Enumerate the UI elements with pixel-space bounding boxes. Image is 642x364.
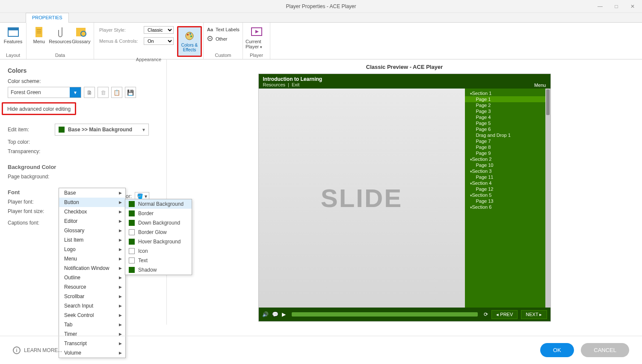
menu-item-checkbox[interactable]: Checkbox▶: [59, 207, 125, 216]
outline-section[interactable]: Section 5: [465, 192, 550, 198]
hide-advanced-link[interactable]: Hide advanced color editing: [7, 106, 71, 112]
chevron-down-icon: ▼: [142, 127, 146, 132]
menu-item-editor[interactable]: Editor▶: [59, 216, 125, 226]
menu-item-tab[interactable]: Tab▶: [59, 320, 125, 329]
ok-button[interactable]: OK: [540, 343, 574, 357]
submenu-item-shadow[interactable]: Shadow: [125, 265, 192, 275]
slide-area: SLIDE: [259, 89, 465, 308]
outline-page[interactable]: Drag and Drop 1: [465, 132, 550, 138]
menu-item-menu[interactable]: Menu▶: [59, 254, 125, 263]
player-style-label: Player Style:: [99, 27, 140, 33]
menu-item-resource[interactable]: Resource▶: [59, 282, 125, 292]
delete-scheme-button[interactable]: 🗑: [98, 87, 109, 98]
outline-page[interactable]: Page 6: [465, 126, 550, 132]
menu-item-glossary[interactable]: Glossary▶: [59, 226, 125, 235]
menu-item-scrollbar[interactable]: Scrollbar▶: [59, 292, 125, 301]
menu-item-outline[interactable]: Outline▶: [59, 273, 125, 282]
submenu-item-hover-background[interactable]: Hover Background: [125, 237, 192, 246]
outline-page[interactable]: Page 13: [465, 198, 550, 204]
outline-page[interactable]: Page 10: [465, 162, 550, 168]
colors-effects-button[interactable]: Colors & Effects: [178, 27, 201, 56]
edit-item-select[interactable]: Base >> Main Background ▼: [55, 124, 149, 136]
close-button[interactable]: ✕: [625, 2, 640, 11]
player-style-select[interactable]: Classic: [144, 26, 174, 34]
tab-properties[interactable]: PROPERTIES: [26, 13, 69, 23]
outline-page[interactable]: Page 11: [465, 174, 550, 180]
player-menu-label[interactable]: Menu: [534, 83, 546, 88]
submenu-item-border[interactable]: Border: [125, 209, 192, 218]
svg-point-9: [187, 34, 189, 36]
menu-item-seek-control[interactable]: Seek Control▶: [59, 311, 125, 320]
submenu-item-down-background[interactable]: Down Background: [125, 218, 192, 228]
learn-more-link[interactable]: i LEARN MORE...: [13, 346, 62, 354]
title-bar: Player Properties - ACE Player — □ ✕: [0, 0, 642, 13]
player-header: Introduction to Learning Resources | Exi…: [259, 74, 550, 89]
ribbon: Features Layout Menu Resources Glossary …: [0, 23, 642, 59]
outline-page[interactable]: Page 8: [465, 144, 550, 150]
group-layout-label: Layout: [0, 53, 26, 59]
current-player-button[interactable]: Current Player ▾: [246, 24, 267, 49]
outline-page[interactable]: Page 12: [465, 186, 550, 192]
replay-icon[interactable]: ⟳: [484, 311, 488, 317]
outline-page[interactable]: Page 2: [465, 102, 550, 108]
save-scheme-button[interactable]: 💾: [125, 87, 136, 98]
outline-section[interactable]: Section 2: [465, 156, 550, 162]
seek-bar[interactable]: [292, 312, 478, 317]
svg-point-13: [210, 38, 211, 39]
captions-icon[interactable]: 💬: [272, 311, 278, 317]
features-button[interactable]: Features: [3, 24, 24, 44]
exit-link[interactable]: Exit: [292, 82, 299, 87]
gear-icon: [207, 36, 213, 42]
slide-placeholder-text: SLIDE: [321, 183, 403, 213]
menu-item-button[interactable]: Button▶: [59, 198, 125, 207]
outline-page[interactable]: Page 4: [465, 114, 550, 120]
next-button[interactable]: NEXT ▸: [521, 310, 547, 319]
transparency-label: Transparency:: [8, 148, 55, 154]
new-scheme-button[interactable]: 🗎: [84, 87, 95, 98]
submenu-item-normal-background[interactable]: Normal Background: [125, 199, 192, 209]
course-title: Introduction to Learning: [263, 76, 546, 82]
menu-item-notification-window[interactable]: Notification Window▶: [59, 263, 125, 273]
color-scheme-select[interactable]: Forest Green ▼: [8, 87, 81, 98]
edit-item-submenu[interactable]: Normal BackgroundBorderDown BackgroundBo…: [125, 199, 192, 275]
player-preview: Introduction to Learning Resources | Exi…: [258, 74, 551, 322]
prev-button[interactable]: ◂ PREV: [491, 310, 518, 319]
outline-page[interactable]: Page 5: [465, 120, 550, 126]
submenu-item-border-glow[interactable]: Border Glow: [125, 228, 192, 237]
menu-item-search-input[interactable]: Search Input▶: [59, 301, 125, 311]
glossary-icon: [74, 25, 88, 39]
info-icon: i: [13, 346, 21, 354]
menus-controls-select[interactable]: On: [144, 37, 174, 45]
svg-point-10: [189, 33, 191, 35]
maximize-button[interactable]: □: [609, 2, 624, 11]
scrollbar[interactable]: [545, 89, 550, 308]
minimize-button[interactable]: —: [592, 2, 608, 11]
outline-section[interactable]: Section 6: [465, 204, 550, 210]
cancel-button[interactable]: CANCEL: [581, 343, 629, 357]
menu-item-logo[interactable]: Logo▶: [59, 245, 125, 254]
menu-item-list-item[interactable]: List Item▶: [59, 235, 125, 245]
resources-button[interactable]: Resources: [49, 24, 71, 44]
outline-page[interactable]: Page 7: [465, 138, 550, 144]
menu-item-base[interactable]: Base▶: [59, 188, 125, 198]
other-button[interactable]: Other: [207, 36, 228, 42]
edit-item-dropdown[interactable]: Base▶Button▶Checkbox▶Editor▶Glossary▶Lis…: [59, 188, 126, 358]
resources-link[interactable]: Resources: [263, 82, 286, 87]
glossary-button[interactable]: Glossary: [71, 24, 92, 44]
outline-page[interactable]: Page 9: [465, 150, 550, 156]
window-title: Player Properties - ACE Player: [286, 3, 356, 9]
submenu-item-text[interactable]: Text: [125, 256, 192, 265]
menu-button[interactable]: Menu: [29, 24, 49, 44]
text-labels-button[interactable]: Aa Text Labels: [207, 27, 240, 32]
outline-section[interactable]: Section 1: [465, 90, 550, 96]
outline-page[interactable]: Page 3: [465, 108, 550, 114]
volume-icon[interactable]: 🔊: [262, 311, 269, 317]
outline-section[interactable]: Section 4: [465, 180, 550, 186]
outline-section[interactable]: Section 3: [465, 168, 550, 174]
menu-icon: [32, 25, 46, 39]
outline-page[interactable]: Page 1: [465, 96, 550, 102]
duplicate-scheme-button[interactable]: 📋: [111, 87, 122, 98]
play-icon[interactable]: ▶: [282, 311, 286, 317]
outline-panel[interactable]: Section 1Page 1Page 2Page 3Page 4Page 5P…: [465, 89, 550, 308]
submenu-item-icon[interactable]: Icon: [125, 246, 192, 256]
